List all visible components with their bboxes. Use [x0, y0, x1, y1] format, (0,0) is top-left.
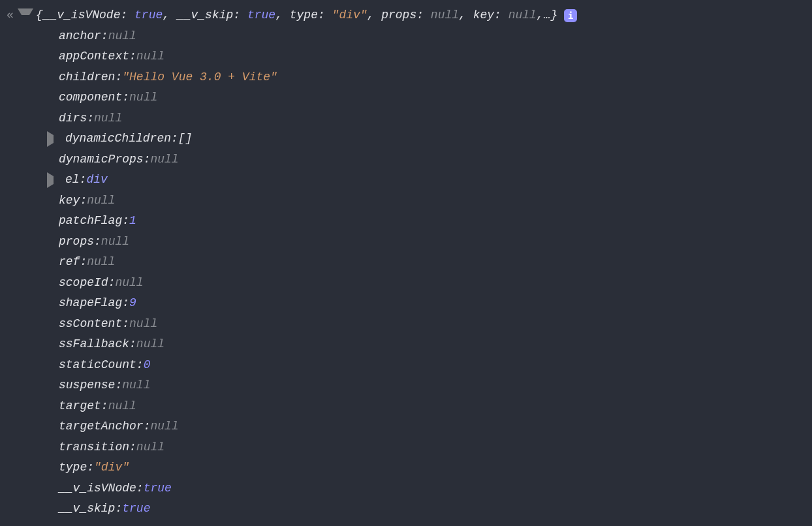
property-row: target: null: [7, 396, 805, 417]
property-row[interactable]: dynamicChildren: []: [7, 129, 805, 149]
brace-ellipsis-close: …}: [544, 5, 558, 26]
property-key: __v_skip: [59, 499, 115, 519]
object-summary-row[interactable]: « { __v_isVNode: true, __v_skip: true, t…: [7, 5, 805, 26]
property-value: null: [136, 437, 164, 458]
console-prompt-icon: «: [7, 5, 14, 26]
property-value: null: [101, 232, 129, 253]
summary-key: __v_skip: [177, 8, 233, 22]
property-value: true: [122, 499, 150, 519]
property-key: ssFallback: [59, 334, 129, 355]
expand-toggle-icon[interactable]: [47, 131, 61, 147]
property-row: __v_isVNode: true: [7, 478, 805, 499]
property-key: key: [59, 191, 80, 211]
property-row: scopeId: null: [7, 273, 805, 294]
colon: :: [136, 478, 144, 499]
property-value: null: [129, 87, 157, 108]
colon: :: [80, 191, 87, 211]
colon: :: [115, 67, 122, 88]
summary-value: "div": [332, 8, 367, 22]
property-key: props: [59, 232, 94, 253]
expand-toggle-icon[interactable]: [47, 172, 61, 188]
comma: ,: [163, 8, 177, 22]
property-key: suspense: [59, 375, 115, 396]
property-row: ssFallback: null: [7, 334, 805, 355]
colon: :: [136, 355, 144, 376]
property-key: __v_isVNode: [59, 478, 136, 499]
property-row: ssContent: null: [7, 314, 805, 335]
property-value: 0: [144, 355, 151, 376]
property-key: scopeId: [59, 273, 108, 294]
colon: :: [122, 87, 129, 108]
colon: :: [87, 457, 94, 478]
property-row: staticCount: 0: [7, 355, 805, 376]
colon: :: [120, 8, 134, 22]
property-value: []: [178, 129, 193, 149]
property-value: 9: [129, 293, 136, 314]
property-row: patchFlag: 1: [7, 211, 805, 232]
property-key: shapeFlag: [59, 293, 122, 314]
property-value: null: [108, 26, 136, 47]
property-row: __v_skip: true: [7, 499, 805, 519]
property-key: patchFlag: [59, 211, 122, 232]
brace-open: {: [36, 5, 43, 26]
colon: :: [101, 26, 108, 47]
summary-value: null: [431, 8, 459, 22]
property-row: key: null: [7, 191, 805, 211]
property-key: transition: [59, 437, 129, 458]
colon: :: [129, 46, 136, 67]
summary-value: true: [247, 8, 275, 22]
property-key: target: [59, 396, 101, 417]
property-key: targetAnchor: [59, 416, 144, 437]
property-key: ssContent: [59, 314, 122, 335]
property-key: component: [59, 87, 122, 108]
comma: ,: [275, 8, 290, 22]
expand-toggle-icon[interactable]: [18, 8, 33, 23]
property-row: ref: null: [7, 252, 805, 273]
colon: :: [318, 8, 332, 22]
property-value: null: [122, 375, 150, 396]
property-key: type: [59, 457, 87, 478]
colon: :: [115, 499, 122, 519]
colon: :: [171, 129, 178, 149]
property-row: transition: null: [7, 437, 805, 458]
property-value: null: [108, 396, 136, 417]
summary-key: props: [381, 8, 416, 22]
property-value: null: [87, 191, 115, 211]
property-value: null: [94, 108, 122, 129]
property-row: suspense: null: [7, 375, 805, 396]
property-key: dynamicProps: [59, 149, 144, 170]
object-summary-pairs: __v_isVNode: true, __v_skip: true, type:…: [43, 5, 544, 26]
colon: :: [144, 416, 151, 437]
property-row: dirs: null: [7, 108, 805, 129]
property-value: 1: [129, 211, 136, 232]
property-value: null: [136, 46, 164, 67]
property-key: children: [59, 67, 115, 88]
colon: :: [129, 334, 136, 355]
property-row: dynamicProps: null: [7, 149, 805, 170]
colon: :: [101, 396, 108, 417]
property-key: appContext: [59, 46, 129, 67]
property-key: dirs: [59, 108, 87, 129]
summary-key: key: [473, 8, 494, 22]
colon: :: [144, 149, 151, 170]
property-value: true: [144, 478, 172, 499]
info-badge-icon[interactable]: i: [564, 9, 577, 22]
colon: :: [87, 108, 94, 129]
property-value: null: [129, 314, 157, 335]
property-row: type: "div": [7, 457, 805, 478]
property-row: shapeFlag: 9: [7, 293, 805, 314]
property-row: targetAnchor: null: [7, 416, 805, 437]
property-key: anchor: [59, 26, 101, 47]
property-row: component: null: [7, 87, 805, 108]
property-value: div: [86, 170, 107, 191]
property-value: null: [136, 334, 164, 355]
comma: ,: [459, 8, 473, 22]
comma: ,: [367, 8, 382, 22]
colon: :: [122, 293, 129, 314]
console-object-tree: « { __v_isVNode: true, __v_skip: true, t…: [0, 0, 812, 526]
colon: :: [122, 314, 129, 335]
colon: :: [233, 8, 247, 22]
property-value: null: [87, 252, 115, 273]
colon: :: [115, 375, 122, 396]
property-row[interactable]: el: div: [7, 170, 805, 191]
